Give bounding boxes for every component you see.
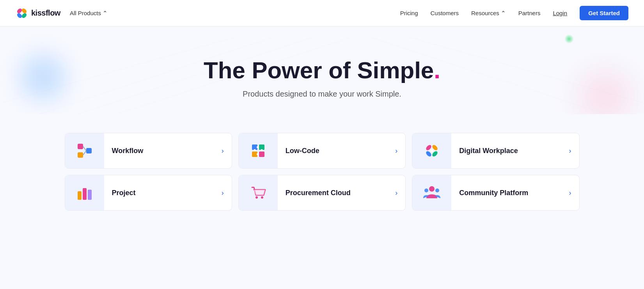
- svg-rect-29: [78, 191, 82, 200]
- svg-point-36: [435, 189, 439, 192]
- project-arrow: ›: [222, 189, 232, 197]
- community-label: Community Platform: [451, 189, 569, 197]
- resources-label: Resources: [471, 10, 499, 16]
- hero-title-text: The Power of Simple: [204, 57, 434, 83]
- workflow-icon-box: [65, 133, 104, 168]
- pricing-link[interactable]: Pricing: [400, 10, 418, 16]
- product-card-workflow[interactable]: Workflow ›: [65, 133, 232, 169]
- product-card-procurement-cloud[interactable]: Procurement Cloud ›: [238, 175, 406, 211]
- all-products-dropdown[interactable]: All Products ⌃: [70, 10, 108, 17]
- svg-point-28: [430, 149, 433, 152]
- community-icon-box: [412, 175, 451, 210]
- workflow-icon: [75, 141, 94, 160]
- product-card-community-platform[interactable]: Community Platform ›: [412, 175, 579, 211]
- procurement-icon: [249, 183, 268, 202]
- svg-rect-21: [254, 149, 256, 152]
- blob-green: [564, 34, 574, 44]
- hero-subtitle: Products designed to make your work Simp…: [16, 90, 628, 99]
- products-grid: Workflow › Low-Code ›: [49, 133, 595, 226]
- navbar: kissflow All Products ⌃ Pricing Customer…: [0, 0, 644, 26]
- community-icon: [422, 183, 441, 202]
- logo-text: kissflow: [31, 9, 60, 18]
- product-card-project[interactable]: Project ›: [65, 175, 232, 211]
- svg-rect-19: [259, 152, 264, 157]
- digital-workplace-label: Digital Workplace: [451, 147, 569, 155]
- hero-title-dot: .: [434, 57, 440, 83]
- chevron-down-icon: ⌃: [501, 10, 506, 17]
- svg-rect-16: [252, 144, 257, 150]
- svg-rect-31: [88, 190, 92, 200]
- product-card-low-code[interactable]: Low-Code ›: [238, 133, 406, 169]
- resources-dropdown[interactable]: Resources ⌃: [471, 10, 506, 17]
- procurement-label: Procurement Cloud: [278, 189, 395, 197]
- logo-link[interactable]: kissflow: [16, 7, 60, 19]
- svg-rect-12: [78, 152, 83, 158]
- hero-section: The Power of Simple. Products designed t…: [0, 26, 644, 114]
- customers-link[interactable]: Customers: [431, 10, 459, 16]
- svg-rect-23: [261, 149, 263, 152]
- low-code-arrow: ›: [395, 147, 405, 155]
- workflow-label: Workflow: [104, 147, 222, 155]
- svg-rect-22: [257, 153, 259, 155]
- nav-right: Pricing Customers Resources ⌃ Partners L…: [400, 6, 628, 20]
- chevron-down-icon: ⌃: [103, 10, 108, 17]
- project-label: Project: [104, 189, 222, 197]
- svg-point-33: [261, 196, 263, 199]
- project-icon-box: [65, 175, 104, 210]
- low-code-icon-box: [239, 133, 278, 168]
- low-code-icon: [249, 141, 268, 160]
- procurement-icon-box: [239, 175, 278, 210]
- svg-point-34: [429, 186, 435, 192]
- all-products-label: All Products: [70, 10, 101, 16]
- product-card-digital-workplace[interactable]: Digital Workplace ›: [412, 133, 579, 169]
- digital-workplace-icon-box: [412, 133, 451, 168]
- project-icon: [75, 183, 94, 202]
- community-arrow: ›: [569, 189, 579, 197]
- partners-link[interactable]: Partners: [518, 10, 541, 16]
- digital-workplace-icon: [422, 141, 441, 160]
- svg-point-32: [255, 196, 258, 199]
- svg-line-15: [83, 151, 86, 155]
- svg-rect-17: [259, 144, 264, 150]
- svg-rect-30: [83, 188, 87, 200]
- hero-title: The Power of Simple.: [16, 58, 628, 83]
- kissflow-logo-icon: [16, 7, 28, 19]
- svg-rect-18: [252, 152, 257, 157]
- svg-rect-13: [86, 148, 92, 153]
- get-started-button[interactable]: Get Started: [580, 6, 628, 20]
- svg-rect-11: [78, 144, 83, 149]
- workflow-arrow: ›: [222, 147, 232, 155]
- low-code-label: Low-Code: [278, 147, 395, 155]
- login-link[interactable]: Login: [553, 10, 567, 16]
- svg-rect-20: [257, 146, 259, 148]
- digital-workplace-arrow: ›: [569, 147, 579, 155]
- svg-point-4: [21, 12, 23, 14]
- svg-line-14: [83, 146, 86, 151]
- svg-point-35: [424, 189, 428, 192]
- procurement-arrow: ›: [395, 189, 405, 197]
